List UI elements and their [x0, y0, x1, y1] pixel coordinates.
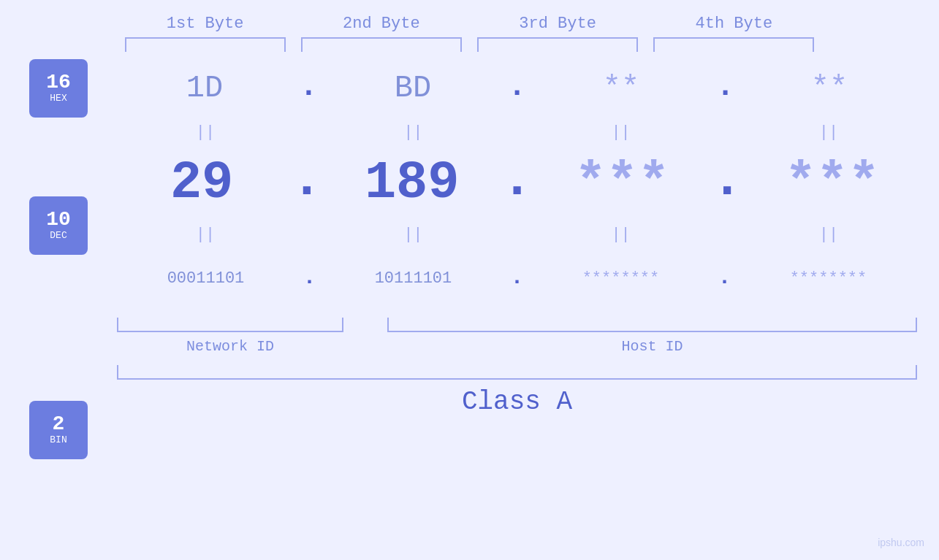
dec-val-1: 29	[121, 153, 282, 213]
dec-row: 29 . 189 . *** . ***	[117, 147, 917, 220]
bottom-brackets-row: Network ID Host ID	[117, 318, 917, 355]
watermark: ipshu.com	[878, 537, 924, 548]
dot-hex-3: .	[716, 69, 734, 107]
eq-2: ||	[332, 123, 493, 142]
eq-6: ||	[332, 226, 493, 244]
class-label: Class A	[462, 387, 572, 417]
top-brackets	[0, 37, 939, 52]
network-bracket	[117, 318, 343, 332]
bracket-2	[301, 37, 462, 52]
dec-base-label: DEC	[50, 230, 66, 242]
hex-val-3: **	[541, 71, 702, 106]
host-id-label: Host ID	[621, 338, 683, 355]
eq-5: ||	[125, 226, 286, 244]
dec-badge: 10 DEC	[29, 196, 88, 255]
bin-base-label: BIN	[50, 434, 66, 447]
hex-val-1: 1D	[124, 71, 285, 106]
class-section: Class A	[117, 365, 917, 417]
bin-val-3: ********	[540, 269, 701, 288]
dot-dec-3: .	[711, 150, 742, 216]
dot-bin-3: .	[718, 265, 731, 291]
dot-hex-2: .	[508, 69, 526, 107]
dot-hex-1: .	[300, 69, 318, 107]
hex-base-label: HEX	[50, 93, 66, 105]
main-container: 1st Byte 2nd Byte 3rd Byte 4th Byte 16 H…	[0, 0, 939, 560]
dec-base-number: 10	[46, 210, 71, 230]
dot-bin-2: .	[510, 265, 523, 291]
bracket-1	[125, 37, 286, 52]
hex-val-4: **	[749, 71, 910, 106]
eq-1: ||	[125, 123, 286, 142]
hex-base-number: 16	[46, 72, 71, 93]
bracket-3	[477, 37, 638, 52]
byte-headers-row: 1st Byte 2nd Byte 3rd Byte 4th Byte	[0, 15, 939, 33]
host-id-section: Host ID	[387, 318, 917, 355]
eq-3: ||	[541, 123, 702, 142]
dot-dec-1: .	[291, 150, 322, 216]
hex-val-2: BD	[332, 71, 493, 106]
dec-val-4: ***	[752, 153, 913, 213]
byte-header-4: 4th Byte	[653, 15, 814, 33]
hex-row: 1D . BD . ** . **	[117, 59, 917, 118]
byte-header-3: 3rd Byte	[477, 15, 638, 33]
eq-7: ||	[541, 226, 702, 244]
dot-bin-1: .	[303, 265, 316, 291]
bracket-4	[653, 37, 814, 52]
host-bracket	[387, 318, 917, 332]
eq-8: ||	[748, 226, 909, 244]
bin-badge: 2 BIN	[29, 401, 88, 459]
equals-row-1: || || || ||	[117, 118, 917, 147]
dot-dec-2: .	[501, 150, 533, 216]
byte-header-1: 1st Byte	[125, 15, 286, 33]
class-bracket	[117, 365, 917, 380]
byte-header-2: 2nd Byte	[301, 15, 462, 33]
hex-badge: 16 HEX	[29, 59, 88, 118]
bin-base-number: 2	[53, 414, 65, 434]
dec-val-3: ***	[541, 153, 702, 213]
network-id-label: Network ID	[186, 338, 274, 355]
bin-row: 00011101 . 10111101 . ******** . *******…	[117, 249, 917, 307]
dec-val-2: 189	[332, 153, 493, 213]
bin-val-1: 00011101	[125, 269, 286, 288]
base-badges-column: 16 HEX 10 DEC 2 BIN	[29, 59, 88, 560]
equals-row-2: || || || ||	[117, 220, 917, 249]
bin-val-2: 10111101	[332, 269, 493, 288]
network-id-section: Network ID	[117, 318, 343, 355]
eq-4: ||	[748, 123, 909, 142]
bin-val-4: ********	[748, 269, 908, 288]
